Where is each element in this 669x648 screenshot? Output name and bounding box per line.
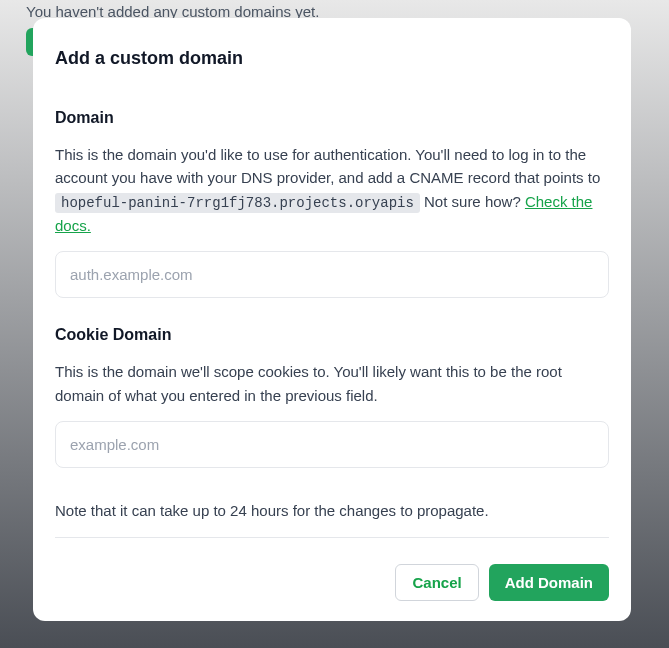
modal-footer: Cancel Add Domain (55, 564, 609, 601)
cookie-domain-input[interactable] (55, 421, 609, 468)
not-sure-text: Not sure how? (420, 193, 525, 210)
domain-description: This is the domain you'd like to use for… (55, 143, 609, 237)
add-domain-button[interactable]: Add Domain (489, 564, 609, 601)
cancel-button[interactable]: Cancel (395, 564, 478, 601)
domain-description-text: This is the domain you'd like to use for… (55, 146, 600, 186)
propagation-note: Note that it can take up to 24 hours for… (55, 502, 609, 519)
cookie-domain-label: Cookie Domain (55, 326, 609, 344)
modal-title: Add a custom domain (55, 48, 609, 69)
cname-target: hopeful-panini-7rrg1fj783.projects.oryap… (55, 193, 420, 213)
domain-label: Domain (55, 109, 609, 127)
footer-divider (55, 537, 609, 538)
add-domain-modal: Add a custom domain Domain This is the d… (33, 18, 631, 621)
cookie-domain-description: This is the domain we'll scope cookies t… (55, 360, 609, 407)
domain-input[interactable] (55, 251, 609, 298)
